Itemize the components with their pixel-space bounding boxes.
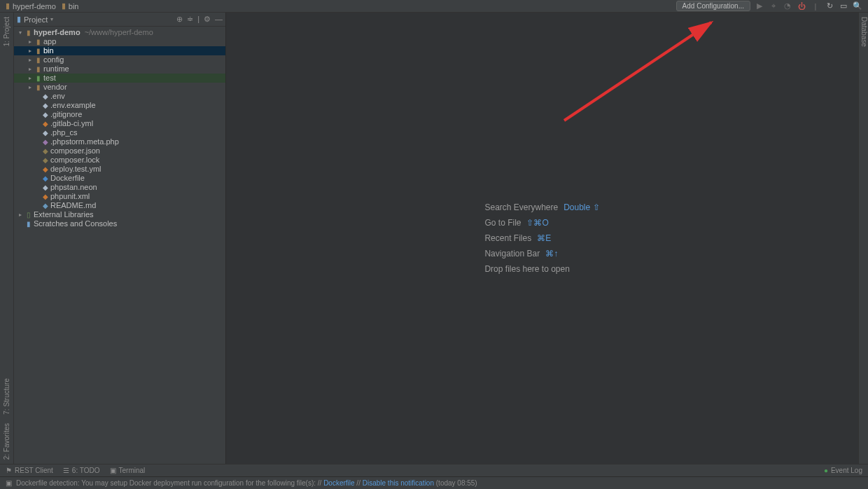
tree-file[interactable]: ◆composer.lock [14, 156, 225, 165]
tree-file[interactable]: ◆phpunit.xml [14, 192, 225, 201]
tree-file[interactable]: ◆.phpstorm.meta.php [14, 137, 225, 146]
hint-label: Recent Files [484, 233, 531, 243]
tree-file[interactable]: ◆README.md [14, 201, 225, 210]
tree-folder-test[interactable]: ▸▮test [14, 74, 225, 83]
tree-file[interactable]: ◆.gitignore [14, 110, 225, 119]
project-title[interactable]: Project [24, 15, 48, 24]
project-tool-window: ▮ Project ▾ ⊕ ≑ | ⚙ — ▾ ▮ hyperf-demo ~/… [14, 13, 226, 464]
tree-file-label: .env.example [50, 101, 96, 110]
tree-folder-label: test [43, 74, 56, 83]
tool-rest-client[interactable]: ⚑ REST Client [6, 467, 53, 474]
status-msg-disable-link[interactable]: Disable this notification [363, 479, 434, 487]
tree-folder-bin[interactable]: ▸▮bin [14, 46, 225, 55]
tool-event-log[interactable]: ● Event Log [824, 467, 862, 474]
stop-icon[interactable]: ⏻ [797, 1, 806, 11]
divider-icon: | [811, 1, 820, 11]
hint-shortcut: ⇧⌘O [526, 218, 548, 228]
tree-folder-runtime[interactable]: ▸▮runtime [14, 64, 225, 74]
chevron-right-icon[interactable]: ▸ [27, 46, 34, 55]
folder-icon: ▮ [34, 55, 43, 64]
tree-file-label: phpstan.neon [50, 183, 97, 192]
hide-icon[interactable]: — [215, 15, 223, 24]
tree-file[interactable]: ◆Dockerfile [14, 174, 225, 183]
dropdown-icon[interactable]: ▾ [50, 16, 53, 22]
left-tool-stripe: 1: Project 7: Structure 2: Favorites [0, 13, 14, 464]
stripe-favorites[interactable]: 2: Favorites [1, 419, 12, 464]
tree-folder-vendor[interactable]: ▸▮vendor [14, 83, 225, 92]
chevron-right-icon[interactable]: ▸ [17, 210, 24, 219]
file-icon: ◆ [41, 165, 50, 174]
library-icon: ▯ [24, 210, 34, 219]
chevron-right-icon[interactable]: ▸ [27, 83, 34, 92]
divider-icon: | [197, 15, 200, 24]
breadcrumb-root[interactable]: ▮ hyperf-demo [6, 1, 56, 11]
search-icon[interactable]: 🔍 [853, 1, 862, 11]
tool-terminal[interactable]: ▣ Terminal [110, 467, 146, 474]
file-icon: ◆ [41, 110, 50, 119]
update-project-icon[interactable]: ↻ [825, 1, 834, 11]
file-icon: ◆ [41, 201, 50, 210]
tree-external-libraries[interactable]: ▸ ▯ External Libraries [14, 210, 225, 219]
tree-folder-app[interactable]: ▸▮app [14, 37, 225, 46]
tree-file[interactable]: ◆deploy.test.yml [14, 165, 225, 174]
tree-file[interactable]: ◆.php_cs [14, 128, 225, 137]
chevron-right-icon[interactable]: ▸ [27, 74, 34, 83]
tree-file[interactable]: ◆.gitlab-ci.yml [14, 119, 225, 128]
file-icon: ◆ [41, 183, 50, 192]
status-msg-file-link[interactable]: Dockerfile [323, 479, 354, 487]
gear-icon[interactable]: ⚙ [204, 15, 211, 24]
folder-icon: ▮ [34, 74, 43, 83]
tree-folder-label: vendor [43, 83, 67, 92]
folder-icon: ▮ [34, 83, 43, 92]
project-tree[interactable]: ▾ ▮ hyperf-demo ~/www/hyperf-demo ▸▮app▸… [14, 27, 225, 464]
breadcrumb-current[interactable]: ▮ bin [62, 1, 79, 11]
status-msg-time: (today 08:55) [434, 479, 477, 487]
breadcrumb-current-label: bin [69, 2, 79, 11]
run-icon[interactable]: ▶ [755, 1, 764, 11]
hint-shortcut: ⌘↑ [545, 249, 558, 259]
hint-shortcut: Double ⇧ [564, 202, 599, 212]
tool-terminal-label: Terminal [119, 467, 146, 474]
coverage-icon[interactable]: ◔ [783, 1, 792, 11]
ide-features-icon[interactable]: ▭ [839, 1, 848, 11]
tree-file[interactable]: ◆composer.json [14, 146, 225, 156]
tree-scratches[interactable]: ▮ Scratches and Consoles [14, 219, 225, 228]
debug-icon[interactable]: ⌖ [769, 1, 778, 11]
tree-file[interactable]: ◆phpstan.neon [14, 183, 225, 192]
status-msg-divider: // [355, 479, 363, 487]
file-icon: ◆ [41, 156, 50, 165]
add-configuration-button[interactable]: Add Configuration... [676, 1, 750, 11]
tree-root[interactable]: ▾ ▮ hyperf-demo ~/www/hyperf-demo [14, 28, 225, 37]
file-icon: ◆ [41, 119, 50, 128]
tool-todo[interactable]: ☰ 6: TODO [63, 467, 100, 474]
editor-empty-area[interactable]: Search EverywhereDouble ⇧Go to File⇧⌘ORe… [226, 13, 858, 464]
scratches-icon: ▮ [24, 219, 34, 228]
tree-folder-config[interactable]: ▸▮config [14, 55, 225, 64]
editor-hint: Navigation Bar⌘↑ [484, 249, 599, 259]
status-icon[interactable]: ▣ [6, 479, 12, 487]
locate-icon[interactable]: ⊕ [176, 15, 183, 24]
hint-label: Navigation Bar [484, 249, 540, 259]
tree-file[interactable]: ◆.env [14, 92, 225, 101]
tree-folder-label: config [43, 55, 64, 64]
stripe-project[interactable]: 1: Project [1, 13, 12, 50]
expand-all-icon[interactable]: ≑ [187, 15, 193, 24]
tree-root-path: ~/www/hyperf-demo [85, 28, 153, 37]
chevron-down-icon[interactable]: ▾ [17, 28, 24, 37]
file-icon: ◆ [41, 174, 50, 183]
stripe-database[interactable]: Database [859, 13, 868, 51]
chevron-right-icon[interactable]: ▸ [27, 37, 34, 46]
tree-file-label: README.md [50, 201, 96, 210]
todo-icon: ☰ [63, 467, 69, 474]
tree-folder-label: runtime [43, 64, 69, 74]
chevron-right-icon[interactable]: ▸ [27, 64, 34, 74]
folder-icon: ▮ [34, 64, 43, 74]
status-bar: ▣ Dockerfile detection: You may setup Do… [0, 476, 868, 489]
folder-icon: ▮ [6, 1, 10, 11]
tree-file-label: composer.json [50, 146, 100, 156]
file-icon: ◆ [41, 192, 50, 201]
stripe-structure[interactable]: 7: Structure [1, 374, 12, 419]
chevron-right-icon[interactable]: ▸ [27, 55, 34, 64]
tree-file[interactable]: ◆.env.example [14, 101, 225, 110]
file-icon: ◆ [41, 128, 50, 137]
